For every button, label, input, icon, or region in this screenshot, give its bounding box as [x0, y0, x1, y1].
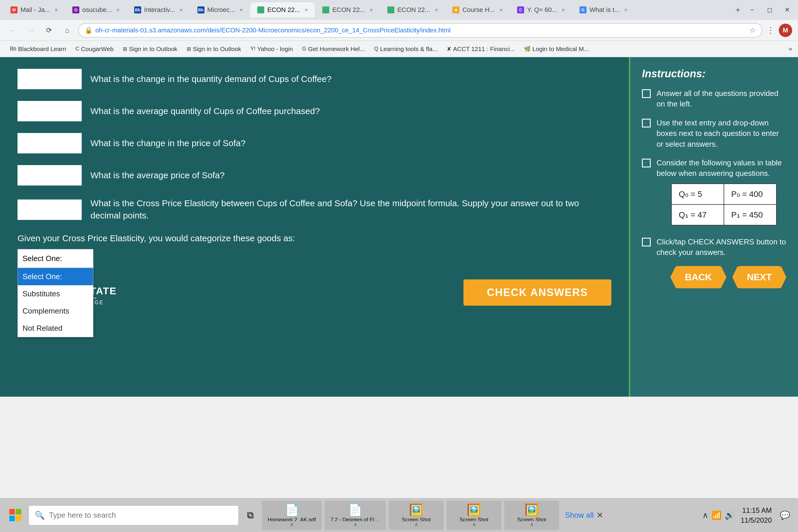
browser-tab-yq60[interactable]: CY. Q= 60...× [510, 2, 572, 18]
tab-close-econ22_2[interactable]: × [370, 7, 373, 13]
img-icon-2: 🖼️ [467, 503, 481, 517]
checkbox-3[interactable] [642, 159, 651, 167]
taskbar-label-img2: Screen Shot [460, 517, 489, 521]
network-icon[interactable]: 📶 [711, 510, 722, 520]
checkbox-1[interactable] [642, 89, 651, 98]
back-nav-button[interactable]: ← [6, 23, 20, 37]
url-text[interactable]: oh-cr-materials-01.s3.amazonaws.com/deis… [95, 26, 747, 34]
back-button[interactable]: BACK [670, 266, 726, 288]
bookmark-item-3[interactable]: ⊞Sign in to Outlook [183, 44, 245, 54]
taskbar-caret-img3[interactable]: ∧ [530, 521, 534, 528]
dropdown-option-not-related[interactable]: Not Related [18, 320, 93, 337]
answer-input-5[interactable] [18, 200, 82, 220]
close-button[interactable]: ✕ [780, 3, 795, 16]
browser-tab-microecon[interactable]: BbMicroec...× [190, 2, 250, 18]
checkbox-2[interactable] [642, 119, 651, 128]
forward-nav-button[interactable]: → [24, 23, 38, 37]
dropdown-option-substitutes[interactable]: Substitutes [18, 285, 93, 302]
taskbar-app-pdf1[interactable]: 📄 Homework 2_AK.pdf ∧ [262, 501, 322, 530]
taskbar-close-button[interactable]: ✕ [596, 510, 603, 520]
search-bar[interactable]: 🔍 [28, 506, 239, 525]
taskbar-item-img1[interactable]: 🖼️ Screen Shot ∧ [390, 502, 442, 529]
browser-tab-econ22_2[interactable]: 🌐ECON 22...× [315, 2, 380, 18]
tab-close-microecon[interactable]: × [240, 7, 243, 13]
pdf-icon-2: 📄 [348, 503, 363, 517]
bookmarks-more-icon[interactable]: » [788, 45, 792, 53]
taskbar-item-img3[interactable]: 🖼️ Screen Shot ∧ [506, 502, 558, 529]
up-arrow-icon[interactable]: ∧ [702, 510, 708, 520]
browser-tab-interactives[interactable]: BbInteractiv...× [127, 2, 190, 18]
taskbar-caret-pdf1[interactable]: ∧ [290, 521, 294, 528]
taskbar-app-img1[interactable]: 🖼️ Screen Shot ∧ [389, 501, 444, 530]
home-button[interactable]: ⌂ [60, 23, 74, 37]
restore-button[interactable]: ◻ [762, 3, 777, 16]
page-content: What is the change in the quantity deman… [0, 57, 798, 397]
instruction-item-1: Answer all of the questions provided on … [642, 88, 786, 109]
answer-input-3[interactable] [18, 133, 82, 153]
bookmark-item-5[interactable]: GGet Homework Hel... [298, 44, 369, 54]
refresh-button[interactable]: ⟳ [42, 23, 56, 37]
show-all-button[interactable]: Show all [565, 511, 593, 520]
tab-close-mail[interactable]: × [55, 7, 58, 13]
check-answers-button[interactable]: CHECK ANSWERS [463, 280, 611, 306]
browser-tab-econ22_3[interactable]: 🌐ECON 22...× [380, 2, 445, 18]
tab-close-whatis[interactable]: × [625, 7, 628, 13]
tab-close-osucube[interactable]: × [117, 7, 120, 13]
minimize-button[interactable]: − [745, 3, 760, 16]
tab-close-yq60[interactable]: × [562, 7, 565, 13]
url-bar[interactable]: 🔒 oh-cr-materials-01.s3.amazonaws.com/de… [78, 23, 762, 38]
bookmark-item-2[interactable]: ⊞Sign in to Outlook [119, 44, 182, 54]
taskbar-item-pdf2[interactable]: 📄 7.2 - Degrees of El....pdf ∧ [326, 502, 385, 529]
menu-icon[interactable]: ⋮ [766, 25, 775, 35]
bookmark-item-6[interactable]: QLearning tools & fla... [370, 44, 442, 54]
browser-tab-osucube[interactable]: Oosucube...× [65, 2, 127, 18]
lock-icon: 🔒 [84, 26, 93, 34]
taskbar-caret-img2[interactable]: ∧ [472, 521, 476, 528]
answer-input-1[interactable] [18, 69, 82, 89]
search-icon: 🔍 [35, 510, 45, 520]
taskbar-app-pdf2[interactable]: 📄 7.2 - Degrees of El....pdf ∧ [325, 501, 386, 530]
browser-tab-mail[interactable]: MMail - Ja...× [3, 2, 65, 18]
volume-icon[interactable]: 🔊 [724, 510, 735, 520]
tab-close-interactives[interactable]: × [180, 7, 183, 13]
goods-select[interactable]: Select One: Substitutes Complements Not … [18, 249, 93, 268]
browser-tab-econ22_1[interactable]: 🌐ECON 22...× [250, 2, 315, 18]
bookmark-item-4[interactable]: Y!Yahoo - login [246, 44, 297, 54]
tab-close-econ22_1[interactable]: × [305, 7, 308, 13]
notification-button[interactable]: 💬 [778, 508, 792, 522]
browser-tab-courseh[interactable]: ★Course H...× [445, 2, 510, 18]
taskbar-item-pdf1[interactable]: 📄 Homework 2_AK.pdf ∧ [263, 502, 321, 529]
start-button[interactable] [6, 506, 26, 525]
instruction-text-3: Consider the following values in table b… [657, 158, 782, 178]
bookmark-item-1[interactable]: CCougarWeb [72, 44, 118, 54]
tab-close-econ22_3[interactable]: × [435, 7, 438, 13]
tab-close-courseh[interactable]: × [500, 7, 503, 13]
next-button[interactable]: NEXT [733, 266, 786, 288]
img-icon-1: 🖼️ [409, 503, 423, 517]
bookmark-item-7[interactable]: ✘ACCT 1211 : Financi... [443, 44, 519, 54]
address-bar: ← → ⟳ ⌂ 🔒 oh-cr-materials-01.s3.amazonaw… [0, 20, 798, 41]
taskbar-caret-pdf2[interactable]: ∧ [354, 521, 357, 528]
clock-date: 11/5/2020 [741, 515, 772, 525]
instruction-item-3: Consider the following values in table b… [642, 157, 786, 228]
tab-bar: MMail - Ja...×Oosucube...×BbInteractiv..… [0, 0, 798, 20]
checkbox-4[interactable] [642, 238, 651, 246]
question-row-5: What is the Cross Price Elasticity betwe… [18, 197, 611, 222]
task-view-button[interactable]: ⧉ [242, 507, 259, 524]
profile-avatar[interactable]: M [779, 24, 792, 37]
dropdown-option-complements[interactable]: Complements [18, 302, 93, 320]
dropdown-option-select[interactable]: Select One: [18, 268, 93, 285]
answer-input-2[interactable] [18, 101, 82, 121]
taskbar-app-img3[interactable]: 🖼️ Screen Shot ∧ [504, 501, 559, 530]
search-input[interactable] [49, 511, 232, 520]
bookmark-star-icon[interactable]: ☆ [749, 26, 756, 34]
bookmark-item-8[interactable]: 🌿Login to Medical M... [520, 44, 593, 54]
taskbar-item-img2[interactable]: 🖼️ Screen Shot ∧ [448, 502, 500, 529]
answer-input-4[interactable] [18, 165, 82, 186]
tab-add-button[interactable]: + [732, 3, 744, 16]
taskbar-app-img2[interactable]: 🖼️ Screen Shot ∧ [446, 501, 501, 530]
browser-tab-whatis[interactable]: GWhat is t...× [572, 2, 634, 18]
taskbar-caret-img1[interactable]: ∧ [415, 521, 418, 528]
clock[interactable]: 11:15 AM 11/5/2020 [741, 506, 772, 525]
bookmark-item-0[interactable]: BbBlackboard Learn [6, 44, 70, 54]
